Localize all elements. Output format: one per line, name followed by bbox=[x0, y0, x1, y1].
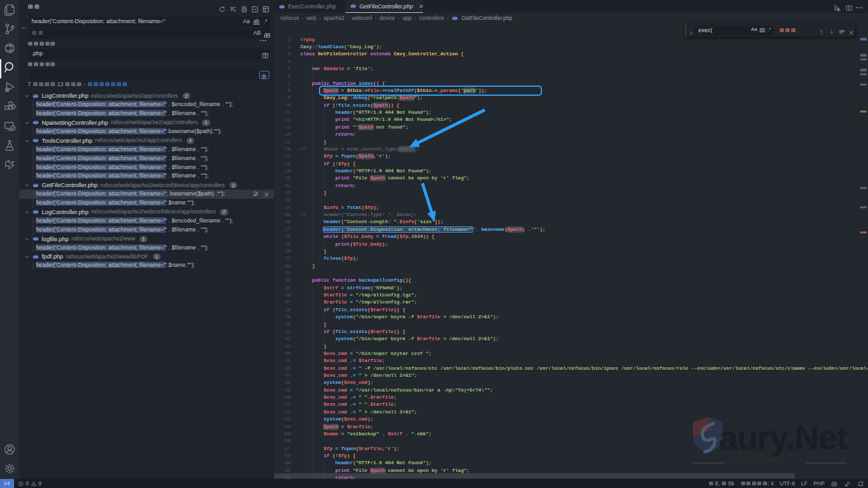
svg-text:php: php bbox=[33, 210, 38, 213]
svg-text:php: php bbox=[453, 16, 457, 19]
svg-text:php: php bbox=[350, 5, 356, 8]
svg-text:php: php bbox=[33, 95, 38, 98]
svg-text:php: php bbox=[33, 139, 38, 142]
svg-text:php: php bbox=[280, 5, 284, 8]
svg-text:php: php bbox=[33, 237, 38, 240]
svg-text:php: php bbox=[33, 121, 38, 124]
svg-text:php: php bbox=[33, 184, 38, 187]
svg-text:php: php bbox=[33, 255, 38, 258]
